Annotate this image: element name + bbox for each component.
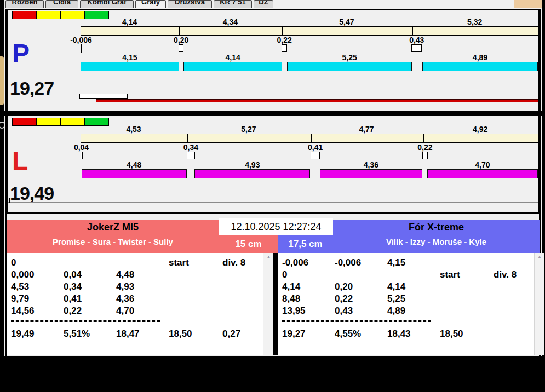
change-time-label: 0,41 [308, 143, 323, 152]
summary-cell: 19,49 [11, 328, 35, 339]
scrollbar-left[interactable]: ▲ [263, 253, 274, 355]
tab-label: Kombi Graf [81, 0, 133, 6]
table-cell: 0 [282, 269, 287, 280]
change-time-label: 0,22 [417, 143, 432, 152]
team-dogs-left: Promise - Sura - Twister - Sully [7, 237, 219, 246]
dog-time-bar [82, 169, 187, 178]
dog-time-bar [320, 169, 422, 178]
table-cell: 0,22 [64, 305, 82, 316]
main-window: RozběhČidlaKombi GrafGrafyDružstvaKR 7 5… [4, 0, 542, 356]
split-divider [311, 134, 312, 142]
change-marker [422, 152, 427, 159]
change-time-label: 0,34 [183, 143, 198, 152]
table-cell: div. 8 [222, 257, 245, 268]
timing-panel-l: L 4,535,274,774,920,040,340,410,224,484,… [7, 116, 539, 214]
datetime-display: 12.10.2025 12:27:24 [219, 218, 333, 235]
table-divider [273, 253, 278, 355]
change-time-label: 0,43 [409, 36, 424, 44]
table-cell: 4,53 [11, 281, 29, 292]
change-marker [179, 44, 183, 52]
tab-rozb-h[interactable]: Rozběh [5, 0, 44, 8]
dog-time-label: 4,48 [127, 160, 141, 169]
team-name-right: Fór X-treme [333, 222, 540, 233]
team-name-left: JokerZ MI5 [7, 222, 219, 233]
table-cell: 4,70 [116, 305, 134, 316]
table-cell: 4,15 [387, 257, 405, 268]
start-light [36, 11, 61, 19]
total-time-l: 19,49 [10, 183, 54, 204]
dog-time-label: 4,14 [226, 53, 240, 62]
split-time-label: 4,34 [223, 18, 238, 26]
dog-time-bar [81, 62, 179, 71]
start-light [12, 118, 37, 126]
table-cell: start [440, 269, 460, 280]
change-marker [81, 152, 83, 159]
tab--idla[interactable]: Čidla [45, 0, 78, 8]
desktop-edge-stripe [0, 56, 4, 105]
change-time-label: 0,20 [174, 36, 188, 44]
summary-cell: 0,27 [222, 328, 240, 339]
tab-grafy[interactable]: Grafy [135, 0, 166, 8]
summary-cell: 18,50 [440, 328, 463, 339]
tab-dz[interactable]: DZ [254, 0, 273, 8]
lane-letter-p: P [12, 41, 30, 67]
tab-dru-stva[interactable]: Družstva [168, 0, 212, 8]
team-dogs-right: Vilík - Izzy - Moruše - Kyle [333, 237, 540, 246]
split-time-label: 4,53 [126, 125, 141, 134]
scroll-up-icon[interactable]: ▲ [535, 254, 544, 260]
tab-label: Družstva [168, 0, 211, 6]
tab-label: DZ [254, 0, 273, 6]
dog-time-label: 5,25 [342, 53, 357, 62]
split-time-label: 5,47 [339, 18, 354, 26]
time-track-l: 4,535,274,774,920,040,340,410,224,484,93… [81, 125, 538, 180]
table-cell: 4,36 [116, 293, 134, 304]
table-cell: start [169, 257, 189, 268]
table-cell: -0,006 [282, 257, 308, 268]
table-cell: 0,000 [11, 269, 35, 280]
summary-cell: 18,47 [116, 328, 140, 339]
change-marker [282, 44, 287, 52]
timeline-tick-l [9, 198, 10, 203]
progress-bar-red [96, 99, 538, 102]
separator-dashes [282, 320, 431, 322]
split-divider [423, 134, 424, 142]
tab-kombi-graf[interactable]: Kombi Graf [80, 0, 134, 8]
tab-label: Grafy [136, 0, 165, 6]
start-light [36, 118, 61, 126]
table-cell: 5,25 [387, 293, 405, 304]
total-time-p: 19,27 [10, 78, 54, 99]
dog-time-label: 4,93 [245, 160, 260, 169]
split-divider [282, 27, 283, 35]
lane-letter-l: L [12, 148, 28, 174]
jump-height-right: 17,5 cm [278, 239, 333, 250]
dog-time-bar [194, 169, 310, 178]
scrollbar-right[interactable]: ▲ [534, 253, 544, 355]
change-time-label: -0,006 [70, 36, 92, 44]
window-corner-fill [514, 0, 542, 8]
tab-kr-7-51[interactable]: KR 7 51 [214, 0, 252, 8]
table-cell: 0,43 [335, 305, 353, 316]
tab-label: Čidla [46, 0, 78, 6]
table-cell: 14,56 [11, 305, 35, 316]
table-cell: -0,006 [335, 257, 361, 268]
table-cell: 0,22 [335, 293, 353, 304]
split-time-label: 4,77 [359, 125, 374, 134]
change-marker [411, 44, 422, 52]
dog-time-bar [183, 62, 282, 71]
table-cell: 4,89 [387, 305, 405, 316]
table-cell: 4,14 [282, 281, 300, 292]
results-list-left[interactable]: 0startdiv. 80,0000,044,484,530,344,939,7… [7, 253, 263, 355]
summary-cell: 5,51% [64, 328, 90, 339]
split-time-label: 4,92 [473, 125, 487, 134]
table-cell: 4,93 [116, 281, 134, 292]
start-tick [81, 44, 82, 53]
split-time-label: 4,14 [122, 18, 137, 26]
dog-time-label: 4,70 [475, 160, 490, 169]
tab-label: KR 7 51 [214, 0, 251, 6]
table-cell: 13,95 [282, 305, 306, 316]
change-marker [187, 152, 195, 159]
change-time-label: 0,04 [74, 143, 89, 152]
results-list-right[interactable]: -0,006-0,0064,150startdiv. 84,140,204,14… [278, 253, 534, 355]
scroll-up-icon[interactable]: ▲ [263, 254, 274, 260]
dog-time-label: 4,15 [122, 53, 137, 62]
